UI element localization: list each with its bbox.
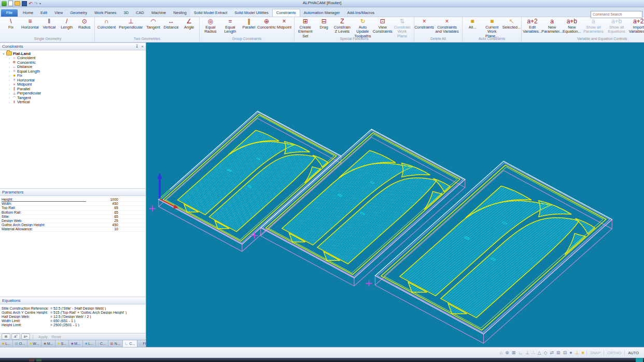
chevron-right-icon[interactable]: › — [7, 69, 11, 73]
ribbon-tab[interactable]: Solid Model Extract — [190, 9, 231, 17]
project-pane-tab[interactable]: ∟ C... — [123, 340, 138, 347]
equation-row[interactable]: Width Limit: = 650 (651 - 1 ) — [0, 318, 146, 323]
ribbon-tab[interactable]: Work Planes — [91, 9, 120, 17]
chevron-right-icon[interactable]: › — [7, 101, 11, 104]
equation-row[interactable]: Height Limit: = 2500 (2501 - 1 ) — [0, 323, 146, 327]
chevron-right-icon[interactable]: › — [7, 61, 11, 64]
project-pane-tab[interactable]: / C... — [96, 340, 108, 347]
project-pane-tab[interactable]: □ Fi... — [137, 340, 146, 347]
ribbon-button[interactable]: ◎ Equal Radius — [201, 18, 220, 36]
ribbon-button[interactable]: Z Constrain Z Levels — [333, 18, 352, 36]
constraint-tree-item[interactable]: › ‖ Vertical — [0, 100, 146, 105]
parameter-value[interactable]: 65 — [86, 211, 118, 214]
constraint-tree-item[interactable]: › ∥ Parallel — [0, 87, 146, 91]
chevron-right-icon[interactable]: › — [7, 74, 11, 77]
project-pane-tab[interactable]: ■ L... — [0, 340, 13, 347]
constraint-tree-item[interactable]: › ≡ Horizontal — [0, 78, 146, 82]
ribbon-button[interactable]: ↖ Selected... — [502, 18, 520, 36]
ribbon-tab[interactable]: Solid Model Utilities — [231, 9, 272, 17]
status-toggle[interactable]: AUTO — [624, 351, 642, 355]
ribbon-button[interactable]: ⊞ Create Element Set — [296, 18, 315, 36]
ribbon-button[interactable]: ⇅ Constrain Work Plane — [391, 18, 413, 36]
ribbon-button[interactable]: ∥ Parallel — [240, 18, 258, 36]
project-pane-tab[interactable]: ■ M... — [41, 340, 55, 347]
chevron-right-icon[interactable]: › — [7, 87, 11, 90]
project-pane-tab[interactable]: ■ S... — [55, 340, 69, 347]
ribbon-button[interactable]: ∩ Coincident — [96, 18, 117, 36]
project-pane-tab[interactable]: ⊞ O... — [13, 340, 27, 347]
parameter-row[interactable]: Height: 1000 — [0, 198, 146, 202]
panel-tool-button[interactable]: a+ — [21, 333, 30, 340]
ribbon-button[interactable]: = Equal Length — [220, 18, 240, 36]
status-snap-icon[interactable]: ⊠ — [512, 350, 516, 355]
pin-icon[interactable]: ↧ — [135, 44, 139, 49]
equation-row[interactable]: Gothic Arch Y Centre Height: = 515 ('Top… — [0, 310, 146, 314]
ribbon-button[interactable]: × Constraints — [415, 18, 433, 36]
ribbon-tab[interactable]: Home — [19, 9, 37, 17]
apply-button[interactable]: Apply — [38, 335, 48, 339]
status-snap-icon[interactable]: ◇ — [544, 350, 548, 355]
chevron-right-icon[interactable]: › — [7, 92, 11, 95]
ribbon-tab[interactable]: 3D — [120, 9, 133, 17]
ribbon-tab[interactable]: Constraints — [272, 9, 300, 17]
ribbon-button[interactable]: a New Parameter... — [542, 18, 563, 36]
ribbon-tab[interactable]: File — [1, 9, 18, 17]
parameter-value[interactable]: 25 — [86, 219, 118, 222]
ribbon-button[interactable]: ⊟ Drag — [315, 18, 333, 36]
parameter-value[interactable]: 1000 — [86, 198, 118, 201]
ribbon-button[interactable]: a+2 Edit Variables... — [523, 18, 541, 36]
panel-tool-button[interactable]: a° — [11, 333, 20, 340]
status-snap-icon[interactable]: ⊟ — [563, 350, 567, 355]
constraint-tree-item[interactable]: › ∩ Coincident — [0, 56, 146, 61]
ribbon-button[interactable]: ■ Current Work Plane... — [481, 18, 502, 36]
ribbon-button[interactable]: / Length — [58, 18, 76, 36]
chevron-right-icon[interactable]: › — [7, 83, 11, 86]
parameter-row[interactable]: Design Web: 25 — [0, 219, 146, 223]
command-search-input[interactable] — [591, 11, 642, 18]
status-snap-icon[interactable]: ■ — [581, 350, 584, 355]
status-snap-icon[interactable]: ⊥ — [575, 350, 579, 355]
ribbon-button[interactable]: ↻ Auto Update Toolpaths — [352, 18, 374, 36]
parameter-row[interactable]: Gothic Arch Design Height: 450 — [0, 223, 146, 227]
ribbon-button[interactable]: \ Fix — [2, 18, 20, 36]
ribbon-button[interactable]: ■ All... — [464, 18, 481, 36]
ribbon-button[interactable]: a+2 Import Variables... — [628, 18, 644, 36]
ribbon-button[interactable]: ≡ Horizontal — [20, 18, 40, 36]
ribbon-tab[interactable]: Automation Manager — [300, 9, 344, 17]
chevron-right-icon[interactable]: › — [7, 65, 11, 68]
parameter-value[interactable]: 450 — [86, 202, 118, 205]
ribbon-tab[interactable]: Geometry — [66, 9, 91, 17]
project-pane-tab[interactable]: ⊞ N... — [108, 340, 123, 347]
ribbon-button[interactable]: ⊙ Radius — [76, 18, 93, 36]
ribbon-button[interactable]: a+b New Equation... — [562, 18, 581, 36]
status-snap-icon[interactable]: ⊥ — [525, 350, 529, 355]
parameter-row[interactable]: Bottom Rail: 65 — [0, 211, 146, 215]
status-snap-icon[interactable]: ∟ — [518, 350, 523, 355]
parameter-row[interactable]: Material Allowance: 10 — [0, 227, 146, 231]
status-snap-icon[interactable]: ∴ — [532, 350, 535, 355]
constraint-tree-root[interactable]: ▾ Flat-Land — [0, 51, 146, 56]
constraint-tree-item[interactable]: › = Equal Length — [0, 69, 146, 74]
panel-tool-button[interactable]: ⊞ — [2, 333, 10, 340]
ribbon-tab[interactable]: Nesting — [170, 9, 190, 17]
parameter-value[interactable]: 10 — [86, 227, 118, 231]
ribbon-tab[interactable]: Add-Ins/Macros — [343, 9, 378, 17]
ribbon-button[interactable]: × Midpoint — [275, 18, 293, 36]
ribbon-button[interactable]: ↔ Distance — [162, 18, 180, 36]
constraint-tree-item[interactable]: › ◠ Tangent — [0, 95, 146, 100]
chevron-right-icon[interactable]: › — [7, 96, 11, 99]
constraint-tree-item[interactable]: › ⊕ Concentric — [0, 60, 146, 65]
status-toggle[interactable]: SNAP — [586, 351, 604, 355]
ribbon-button[interactable]: ⊕ Concentric — [258, 18, 275, 36]
equation-row[interactable]: Stile Construction Reference: = 52.5 ('S… — [0, 306, 146, 310]
ribbon-button[interactable]: × Constraints and Variables — [433, 18, 461, 36]
ribbon-button[interactable]: ◠ Tangent — [145, 18, 162, 36]
status-snap-icon[interactable]: ⊕ — [505, 350, 509, 355]
project-pane-tab[interactable]: ■ W... — [27, 340, 41, 347]
project-pane-tab[interactable]: ■ M... — [69, 340, 83, 347]
ribbon-button[interactable]: ⊥ Perpendicular — [117, 18, 144, 36]
constraint-tree-item[interactable]: › ⊥ Perpendicular — [0, 91, 146, 96]
constraint-tree-item[interactable]: › ↔ Distance — [0, 65, 146, 69]
status-snap-icon[interactable]: ● — [569, 350, 572, 355]
constraint-tree-item[interactable]: › × Midpoint — [0, 82, 146, 87]
